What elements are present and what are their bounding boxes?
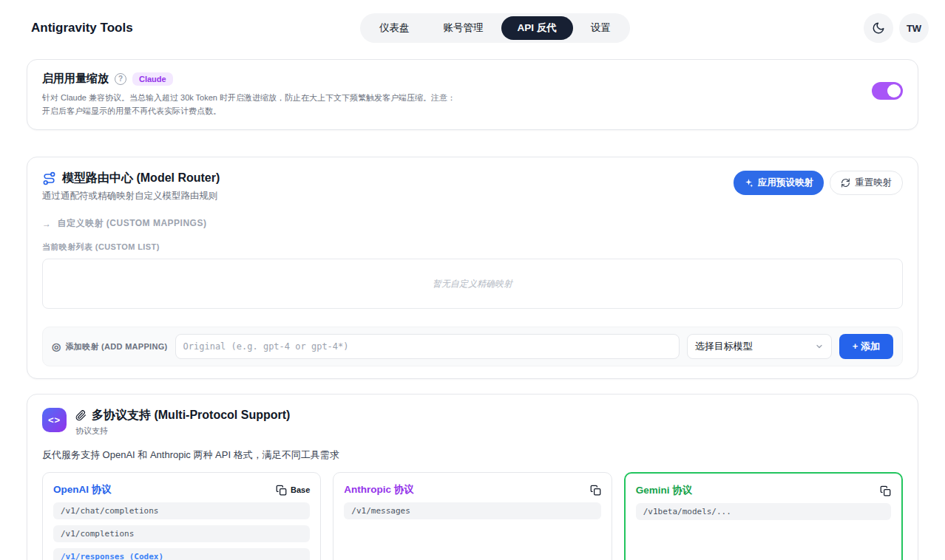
add-mapping-label: ◎ 添加映射 (ADD MAPPING) (52, 341, 168, 352)
moon-icon (872, 21, 885, 35)
target-model-select[interactable]: 选择目标模型 (687, 334, 832, 359)
custom-mappings-section-label: → 自定义映射 (CUSTOM MAPPINGS) (42, 217, 903, 230)
code-icon: <> (42, 408, 67, 432)
mappings-empty-state: 暂无自定义精确映射 (42, 259, 903, 309)
chevron-down-icon (815, 342, 824, 351)
main-nav: 仪表盘 账号管理 API 反代 设置 (360, 13, 630, 43)
arrow-right-icon: → (42, 219, 52, 229)
help-icon[interactable]: ? (115, 73, 126, 85)
tab-dashboard[interactable]: 仪表盘 (363, 16, 426, 40)
toggle-knob (887, 84, 901, 98)
usage-scaling-title: 启用用量缩放 (42, 72, 109, 86)
usage-scaling-toggle[interactable] (872, 82, 903, 100)
model-router-card: 模型路由中心 (Model Router) 通过通配符或精确映射自定义模型路由规… (27, 157, 918, 379)
tab-settings[interactable]: 设置 (575, 16, 627, 40)
tab-accounts[interactable]: 账号管理 (427, 16, 500, 40)
gemini-protocol-title: Gemini 协议 (636, 484, 693, 497)
model-router-title: 模型路由中心 (Model Router) (62, 171, 220, 186)
multi-protocol-subtitle: 协议支持 (75, 426, 290, 437)
add-mapping-button[interactable]: + 添加 (839, 334, 893, 359)
openai-protocol-title: OpenAI 协议 (53, 483, 112, 496)
anthropic-protocol-title: Anthropic 协议 (344, 483, 414, 496)
base-badge: Base (291, 485, 310, 494)
user-avatar[interactable]: TW (899, 13, 929, 43)
endpoint-row: /v1/completions (53, 525, 310, 542)
multi-protocol-description: 反代服务支持 OpenAI 和 Anthropic 两种 API 格式，满足不同… (42, 448, 903, 462)
route-icon (42, 171, 56, 185)
avatar-initials: TW (907, 23, 921, 34)
sparkles-icon (744, 178, 753, 188)
reset-mapping-button[interactable]: 重置映射 (830, 171, 903, 195)
openai-protocol-card: OpenAI 协议 Base /v1/chat/completions /v1/… (42, 472, 321, 560)
top-header: Antigravity Tools 仪表盘 账号管理 API 反代 设置 TW (0, 0, 945, 56)
gemini-protocol-card: Gemini 协议 /v1beta/models/... (624, 472, 903, 560)
custom-list-label: 当前映射列表 (CUSTOM LIST) (42, 242, 903, 253)
copy-icon[interactable] (880, 485, 891, 496)
multi-protocol-title: 多协议支持 (Multi-Protocol Support) (92, 408, 290, 423)
usage-scaling-description: 针对 Claude 兼容协议。当总输入超过 30k Token 时开启激进缩放，… (42, 92, 455, 117)
endpoint-row: /v1/responses (Codex) (53, 548, 310, 560)
endpoint-row: /v1/chat/completions (53, 502, 310, 519)
add-mapping-row: ◎ 添加映射 (ADD MAPPING) 选择目标模型 + 添加 (42, 327, 903, 366)
endpoint-row: /v1/messages (344, 502, 600, 519)
copy-icon[interactable] (276, 485, 287, 496)
empty-state-text: 暂无自定义精确映射 (433, 278, 512, 290)
usage-scaling-card: 启用用量缩放 ? Claude 针对 Claude 兼容协议。当总输入超过 30… (27, 59, 918, 130)
target-icon: ◎ (52, 341, 61, 352)
anthropic-protocol-card: Anthropic 协议 /v1/messages (333, 472, 612, 560)
paperclip-icon (75, 410, 87, 421)
original-model-input[interactable] (175, 334, 680, 359)
multi-protocol-card: <> 多协议支持 (Multi-Protocol Support) 协议支持 反… (27, 394, 918, 560)
copy-icon[interactable] (590, 485, 601, 496)
apply-preset-button[interactable]: 应用预设映射 (734, 171, 824, 195)
refresh-icon (841, 178, 850, 188)
tab-api-proxy[interactable]: API 反代 (501, 16, 573, 40)
endpoint-row: /v1beta/models/... (636, 503, 891, 520)
theme-toggle-button[interactable] (864, 13, 893, 43)
claude-badge: Claude (132, 72, 173, 86)
app-title: Antigravity Tools (31, 21, 133, 35)
model-router-subtitle: 通过通配符或精确映射自定义模型路由规则 (42, 190, 220, 202)
